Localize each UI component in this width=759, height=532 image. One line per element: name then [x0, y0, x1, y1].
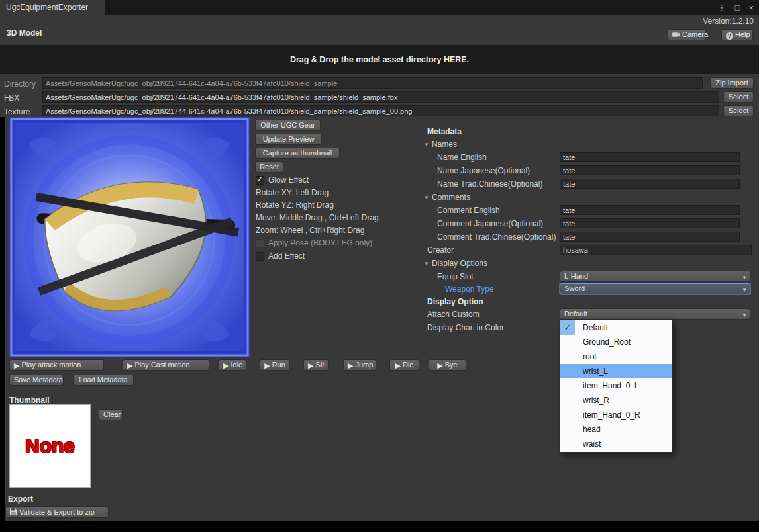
capture-thumbnail-button[interactable]: Capture as thumbnail: [255, 148, 340, 159]
camera-button[interactable]: Camera: [668, 29, 706, 40]
update-preview-button[interactable]: Update Preview: [255, 134, 322, 145]
bye-label: Bye: [445, 361, 458, 369]
menu-item-label: head: [583, 425, 601, 434]
menu-item-label: item_Hand_0_R: [583, 410, 640, 420]
play-attack-motion-button[interactable]: ▶Play attack motion: [9, 359, 104, 371]
tab-bar: UgcEquipmentExporter ⋮ □ ×: [0, 0, 759, 15]
menu-item-item-hand-0-r[interactable]: item_Hand_0_R: [560, 408, 672, 422]
fbx-label: FBX: [4, 93, 19, 103]
help-button[interactable]: ?Help: [721, 29, 753, 40]
attach-custom-label: Attach Custom: [427, 310, 480, 319]
menu-item-root[interactable]: root: [560, 349, 672, 364]
tab-ugc-equipment-exporter[interactable]: UgcEquipmentExporter: [0, 0, 105, 15]
fbx-select-label: Select: [729, 93, 749, 101]
drag-drop-zone[interactable]: Drag & Drop the model asset directory HE…: [0, 45, 759, 74]
directory-label: Directory: [4, 79, 36, 89]
check-icon: ✓: [560, 320, 575, 335]
attach-custom-dropdown[interactable]: Default ▼: [560, 308, 750, 320]
tab-title: UgcEquipmentExporter: [6, 3, 88, 12]
dropdown-arrow-icon: ▼: [742, 273, 747, 282]
directory-field[interactable]: [42, 77, 703, 89]
display-options-foldout[interactable]: ▼Display Options: [424, 259, 487, 268]
menu-item-wrist-r[interactable]: wrist_R: [560, 393, 672, 408]
bye-button[interactable]: ▶Bye: [429, 359, 466, 371]
menu-item-waist[interactable]: waist: [560, 437, 672, 451]
equip-slot-value: L-Hand: [564, 272, 588, 280]
shield-preview-image: [9, 117, 250, 357]
comment-japanese-field[interactable]: [560, 218, 740, 228]
weapon-type-dropdown[interactable]: Sword ▼: [560, 283, 750, 294]
model-preview-viewport[interactable]: [9, 117, 250, 357]
menu-item-label: Ground_Root: [583, 337, 631, 347]
die-button[interactable]: ▶Die: [389, 359, 419, 371]
camera-icon: [672, 31, 680, 39]
validate-export-button[interactable]: Validate & Export to zip: [5, 506, 109, 518]
fbx-field[interactable]: [42, 91, 719, 103]
reset-button[interactable]: Reset: [255, 161, 283, 173]
play-icon: ▶: [223, 361, 228, 369]
sit-button[interactable]: ▶Sit: [303, 359, 329, 371]
comments-foldout[interactable]: ▼Comments: [424, 193, 470, 202]
foldout-arrow-icon: ▼: [424, 142, 429, 148]
play-cast-motion-button[interactable]: ▶Play Cast motion: [123, 359, 209, 371]
apply-pose-label: Apply Pose (BODY,LEG only): [268, 238, 372, 247]
display-option-title: Display Option: [427, 297, 483, 306]
idle-button[interactable]: ▶Idle: [219, 359, 246, 371]
menu-item-default[interactable]: ✓ Default: [560, 320, 672, 335]
display-options-foldout-label: Display Options: [432, 259, 487, 268]
save-icon: [10, 509, 17, 517]
menu-item-head[interactable]: head: [560, 422, 672, 437]
jump-label: Jump: [355, 361, 373, 369]
reset-label: Reset: [260, 163, 279, 171]
comment-japanese-label: Comment Japanese(Optional): [437, 219, 543, 228]
texture-field[interactable]: [42, 105, 719, 116]
apply-pose-checkbox: [256, 239, 264, 247]
creator-field[interactable]: [560, 245, 752, 255]
window-menu-icon[interactable]: ⋮: [718, 3, 727, 13]
display-char-label: Display Char. in Color: [427, 323, 504, 332]
save-metadata-button[interactable]: Save Metadata: [9, 375, 64, 386]
name-english-field[interactable]: [560, 152, 740, 162]
die-label: Die: [403, 361, 414, 369]
close-icon[interactable]: ×: [748, 3, 754, 13]
jump-button[interactable]: ▶Jump: [343, 359, 376, 371]
save-metadata-label: Save Metadata: [14, 376, 63, 384]
play-icon: ▶: [127, 361, 132, 369]
equip-slot-dropdown[interactable]: L-Hand ▼: [560, 271, 750, 282]
update-preview-label: Update Preview: [263, 135, 315, 143]
glow-effect-checkbox[interactable]: ✓: [256, 176, 264, 185]
thumbnail-none-text: None: [25, 435, 75, 457]
sit-label: Sit: [315, 361, 324, 369]
help-icon: ?: [726, 32, 733, 40]
menu-item-label: wrist_L: [583, 367, 608, 376]
fbx-select-button[interactable]: Select: [723, 91, 754, 103]
foldout-arrow-icon: ▼: [424, 261, 429, 267]
name-tradchinese-field[interactable]: [560, 179, 740, 189]
weapon-type-label[interactable]: Weapon Type: [445, 285, 494, 294]
load-metadata-button[interactable]: Load Metadata: [73, 375, 134, 386]
texture-select-button[interactable]: Select: [723, 105, 754, 116]
foldout-arrow-icon: ▼: [424, 195, 429, 200]
clear-thumbnail-button[interactable]: Clear: [99, 409, 123, 420]
menu-item-ground-root[interactable]: Ground_Root: [560, 335, 672, 349]
idle-label: Idle: [230, 361, 242, 369]
comment-english-field[interactable]: [560, 205, 740, 215]
bottom-gutter: [0, 521, 759, 532]
attach-custom-dropdown-menu: ✓ Default Ground_Root root wrist_L item_…: [560, 319, 673, 453]
maximize-icon[interactable]: □: [735, 3, 740, 13]
camera-button-label: Camera: [682, 30, 708, 38]
zip-import-button[interactable]: Zip Import: [710, 77, 754, 89]
menu-item-item-hand-0-l[interactable]: item_Hand_0_L: [560, 378, 672, 393]
add-effect-label: Add Effect: [268, 251, 305, 261]
other-ugc-gear-button[interactable]: Other UGC Gear: [255, 120, 321, 131]
run-button[interactable]: ▶Run: [260, 359, 290, 371]
name-japanese-field[interactable]: [560, 165, 740, 175]
capture-thumbnail-label: Capture as thumbnail: [263, 149, 332, 157]
texture-select-label: Select: [729, 107, 749, 114]
comment-tradchinese-field[interactable]: [560, 232, 740, 242]
version-label: Version:1.2.10: [703, 17, 754, 26]
names-foldout[interactable]: ▼Names: [424, 140, 457, 149]
menu-item-wrist-l[interactable]: wrist_L: [560, 364, 672, 378]
add-effect-checkbox[interactable]: [256, 252, 264, 261]
hint-rotate-yz: Rotate YZ: Right Drag: [256, 200, 334, 210]
